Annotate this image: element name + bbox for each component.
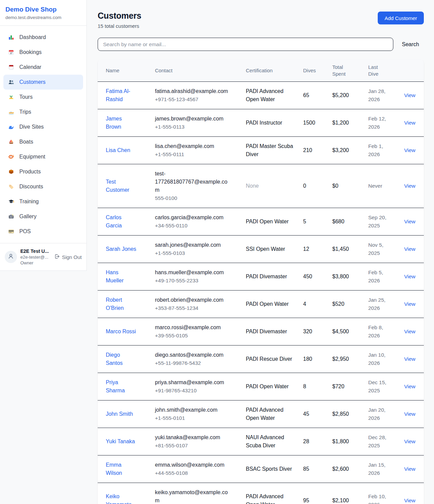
sidebar-item-bookings[interactable]: 17 Bookings bbox=[3, 45, 83, 60]
col-actions bbox=[404, 60, 424, 81]
customers-icon bbox=[7, 79, 15, 86]
view-customer-link[interactable]: View bbox=[404, 438, 415, 444]
sidebar-item-dashboard[interactable]: Dashboard bbox=[3, 30, 83, 45]
customer-dives: 85 bbox=[303, 455, 332, 483]
view-customer-link[interactable]: View bbox=[404, 301, 415, 307]
customer-name-link[interactable]: John Smith bbox=[106, 411, 133, 417]
customer-name-link[interactable]: Sarah Jones bbox=[106, 246, 136, 252]
customer-total-spent: $0 bbox=[332, 164, 368, 208]
training-icon bbox=[7, 198, 15, 205]
table-row: Emma Wilson emma.wilson@example.com +44-… bbox=[98, 455, 424, 483]
view-customer-link[interactable]: View bbox=[404, 246, 415, 252]
sidebar-item-discounts[interactable]: Discounts bbox=[3, 179, 83, 194]
user-role: Owner bbox=[20, 260, 49, 266]
main-content: Customers 15 total customers Add Custome… bbox=[87, 0, 434, 504]
customer-last-dive: Jan 28, 2026 bbox=[368, 81, 404, 109]
view-customer-link[interactable]: View bbox=[404, 498, 415, 503]
sidebar-item-products[interactable]: Products bbox=[3, 164, 83, 179]
customer-email: john.smith@example.com bbox=[155, 406, 230, 414]
view-customer-link[interactable]: View bbox=[404, 274, 415, 279]
view-customer-link[interactable]: View bbox=[404, 329, 415, 334]
customer-total-spent: $3,200 bbox=[332, 136, 368, 164]
customer-dives: 45 bbox=[303, 400, 332, 428]
table-row: John Smith john.smith@example.com +1-555… bbox=[98, 400, 424, 428]
customer-name-link[interactable]: James Brown bbox=[106, 124, 136, 130]
view-customer-link[interactable]: View bbox=[404, 219, 415, 224]
sidebar-item-training[interactable]: Training bbox=[3, 194, 83, 209]
view-customer-link[interactable]: View bbox=[404, 183, 415, 189]
customer-email: emma.wilson@example.com bbox=[155, 461, 230, 469]
customer-name-link[interactable]: Robert O'Brien bbox=[106, 305, 136, 311]
col-dives: Dives bbox=[303, 60, 332, 81]
view-customer-link[interactable]: View bbox=[404, 147, 415, 153]
sidebar-item-dive-sites[interactable]: Dive Sites bbox=[3, 119, 83, 134]
customer-phone: +55-11-99876-5432 bbox=[155, 359, 238, 367]
sidebar-item-gallery[interactable]: Gallery bbox=[3, 209, 83, 224]
customer-total-spent: $2,850 bbox=[332, 400, 368, 428]
view-customer-link[interactable]: View bbox=[404, 120, 415, 126]
sidebar-item-customers[interactable]: Customers bbox=[3, 75, 83, 90]
sidebar-item-tours[interactable]: Tours bbox=[3, 90, 83, 105]
customer-email: yuki.tanaka@example.com bbox=[155, 433, 230, 442]
customer-name-link[interactable]: Diego Santos bbox=[106, 360, 136, 366]
customer-dives: 28 bbox=[303, 428, 332, 455]
customer-email: priya.sharma@example.com bbox=[155, 378, 230, 387]
customer-name-link[interactable]: Emma Wilson bbox=[106, 470, 136, 476]
customer-name-link[interactable]: Lisa Chen bbox=[106, 147, 130, 153]
search-input[interactable] bbox=[98, 38, 393, 51]
customer-phone: +44-555-0108 bbox=[155, 469, 238, 477]
customer-certification: PADI Advanced Open Water bbox=[246, 493, 283, 504]
view-customer-link[interactable]: View bbox=[404, 384, 415, 389]
customer-total-spent: $2,100 bbox=[332, 483, 368, 504]
table-row: Sarah Jones sarah.jones@example.com +1-5… bbox=[98, 235, 424, 263]
customer-total-spent: $1,450 bbox=[332, 235, 368, 263]
customer-email: robert.obrien@example.com bbox=[155, 296, 230, 304]
view-customer-link[interactable]: View bbox=[404, 411, 415, 417]
dive-sites-icon bbox=[7, 124, 15, 130]
customer-last-dive: Jan 15, 2026 bbox=[368, 455, 404, 483]
sidebar-item-boats[interactable]: Boats bbox=[3, 134, 83, 149]
sidebar-item-pos[interactable]: POS bbox=[3, 224, 83, 239]
customer-email: hans.mueller@example.com bbox=[155, 268, 230, 277]
customer-last-dive: Jan 25, 2026 bbox=[368, 290, 404, 318]
customer-name-link[interactable]: Hans Mueller bbox=[106, 278, 136, 283]
customer-name-link[interactable]: Fatima Al-Rashid bbox=[106, 96, 136, 102]
sign-out-button[interactable]: Sign Out bbox=[54, 254, 82, 260]
customer-dives: 5 bbox=[303, 208, 332, 235]
add-customer-button[interactable]: Add Customer bbox=[378, 12, 424, 24]
customer-total-spent: $680 bbox=[332, 208, 368, 235]
user-box: E2E Test U... e2e-tester@... Owner Sign … bbox=[0, 243, 86, 270]
customer-phone: +81-555-0107 bbox=[155, 442, 238, 450]
customer-contact-cell: diego.santos@example.com +55-11-99876-54… bbox=[155, 345, 246, 373]
view-customer-link[interactable]: View bbox=[404, 92, 415, 98]
customer-name-link[interactable]: Keiko Yamamoto bbox=[106, 502, 136, 504]
sidebar-nav: Dashboard 17 Bookings Calendar Customers… bbox=[0, 26, 86, 243]
customer-total-spent: $720 bbox=[332, 373, 368, 400]
customer-name-link[interactable]: Test Customer bbox=[106, 187, 136, 193]
table-row: Test Customer test-1772681807767@example… bbox=[98, 164, 424, 208]
title-block: Customers 15 total customers bbox=[98, 11, 141, 29]
customer-contact-cell: keiko.yamamoto@example.com +81-90-1234-5… bbox=[155, 483, 246, 504]
customer-email: keiko.yamamoto@example.com bbox=[155, 488, 230, 504]
view-customer-link[interactable]: View bbox=[404, 466, 415, 472]
customer-contact-cell: marco.rossi@example.com +39-555-0105 bbox=[155, 318, 246, 345]
customer-email: test-1772681807767@example.com bbox=[155, 170, 230, 194]
customer-total-spent: $2,950 bbox=[332, 345, 368, 373]
search-button[interactable]: Search bbox=[402, 41, 419, 48]
customer-last-dive: Sep 20, 2025 bbox=[368, 208, 404, 235]
sidebar-item-trips[interactable]: Trips bbox=[3, 105, 83, 119]
calendar-icon bbox=[7, 64, 15, 71]
customer-name-link[interactable]: Marco Rossi bbox=[106, 329, 136, 334]
customer-certification: None bbox=[246, 183, 259, 189]
bookings-icon: 17 bbox=[7, 49, 15, 56]
sidebar-item-equipment[interactable]: Equipment bbox=[3, 149, 83, 164]
customer-name-link[interactable]: Carlos Garcia bbox=[106, 223, 136, 228]
tours-icon bbox=[7, 94, 15, 100]
customer-name-link[interactable]: Yuki Tanaka bbox=[106, 438, 135, 444]
sidebar-item-calendar[interactable]: Calendar bbox=[3, 60, 83, 75]
col-certification: Certification bbox=[246, 60, 303, 81]
pos-icon bbox=[7, 228, 15, 235]
customer-name-link[interactable]: Priya Sharma bbox=[106, 388, 136, 393]
view-customer-link[interactable]: View bbox=[404, 356, 415, 362]
customer-last-dive: Never bbox=[368, 164, 404, 208]
